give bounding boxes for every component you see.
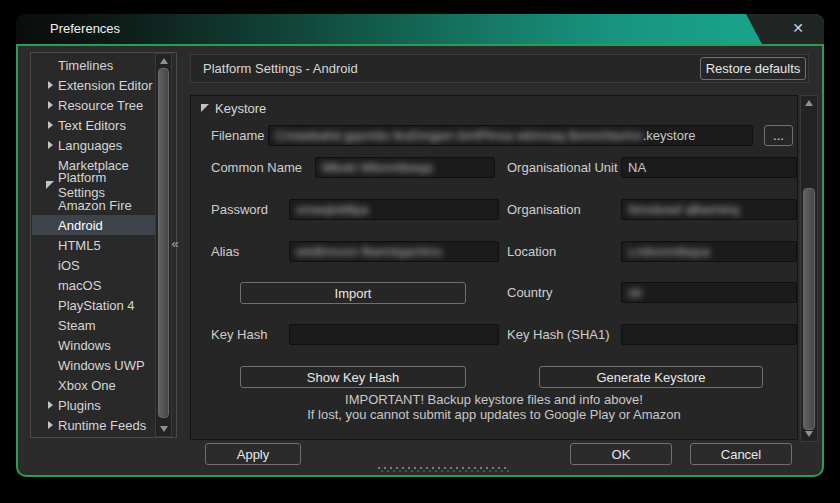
- expanded-arrow-icon: [46, 181, 54, 189]
- sidebar-item-xbox-one[interactable]: Xbox One: [32, 375, 155, 395]
- cancel-button[interactable]: Cancel: [690, 443, 792, 465]
- sidebar-item-runtime-feeds[interactable]: Runtime Feeds: [32, 415, 155, 435]
- sidebar-item-languages[interactable]: Languages: [32, 135, 155, 155]
- title-bar[interactable]: Preferences ✕: [16, 14, 824, 44]
- collapsed-arrow-icon: [48, 421, 53, 429]
- restore-defaults-button[interactable]: Restore defaults: [700, 57, 806, 80]
- redacted-password: xmwqlvbftpa: [296, 202, 368, 217]
- keystore-section-header[interactable]: Keystore: [201, 100, 266, 116]
- apply-button[interactable]: Apply: [205, 443, 301, 465]
- organisational-unit-input[interactable]: NA: [621, 157, 797, 178]
- sidebar-item-playstation4[interactable]: PlayStation 4: [32, 295, 155, 315]
- common-name-input[interactable]: Mbvkt Wbnmtbwqa: [315, 157, 495, 178]
- location-input[interactable]: Lmbvnmtbqsa: [621, 241, 797, 262]
- filename-label: Filename: [211, 125, 264, 146]
- sidebar-item-macos[interactable]: macOS: [32, 275, 155, 295]
- keystore-warning-line1: IMPORTANT! Backup keystore files and inf…: [191, 392, 797, 407]
- password-input[interactable]: xmwqlvbftpa: [289, 199, 499, 220]
- organisation-input[interactable]: Nmvbxwf aBwmtnq: [621, 199, 797, 220]
- organisation-label: Organisation: [507, 199, 581, 220]
- sidebar-item-android[interactable]: Android: [32, 215, 155, 235]
- collapsed-arrow-icon: [48, 401, 53, 409]
- alias-label: Alias: [211, 241, 239, 262]
- sidebar-item-steam[interactable]: Steam: [32, 315, 155, 335]
- expanded-arrow-icon: [201, 104, 209, 112]
- scroll-down-icon[interactable]: [156, 423, 171, 435]
- sidebar-item-ios[interactable]: iOS: [32, 255, 155, 275]
- titlebar-corner-decoration: [745, 14, 824, 44]
- filename-input[interactable]: Cmawbahd gqsmbv lkoDmgwn bmfPtnxa wbmvaq…: [268, 125, 753, 146]
- keystore-panel: Keystore Filename Cmawbahd gqsmbv lkoDmg…: [190, 95, 798, 440]
- settings-tree: Timelines Extension Editor Resource Tree…: [30, 52, 177, 438]
- country-label: Country: [507, 282, 553, 303]
- sidebar-item-windows-uwp[interactable]: Windows UWP: [32, 355, 155, 375]
- collapsed-arrow-icon: [48, 141, 53, 149]
- sidebar-item-text-editors[interactable]: Text Editors: [32, 115, 155, 135]
- redacted-filename: Cmawbahd gqsmbv lkoDmgwn bmfPtnxa wbmvaq…: [275, 128, 643, 143]
- generate-keystore-button[interactable]: Generate Keystore: [539, 366, 763, 388]
- main-scrollbar[interactable]: [800, 95, 818, 442]
- close-icon[interactable]: ✕: [786, 14, 810, 44]
- ok-button[interactable]: OK: [570, 443, 672, 465]
- import-button[interactable]: Import: [240, 282, 466, 304]
- redacted-organisation: Nmvbxwf aBwmtnq: [628, 202, 739, 217]
- key-hash-input[interactable]: [289, 324, 499, 345]
- sidebar-item-extension-editor[interactable]: Extension Editor: [32, 75, 155, 95]
- alias-input[interactable]: wlxBmvxm fbwmtqachtns: [289, 241, 499, 262]
- key-hash-sha1-label: Key Hash (SHA1): [507, 324, 610, 345]
- sidebar-item-resource-tree[interactable]: Resource Tree: [32, 95, 155, 115]
- redacted-location: Lmbvnmtbqsa: [628, 244, 710, 259]
- scroll-down-icon[interactable]: [801, 428, 817, 440]
- page-title: Platform Settings - Android: [203, 55, 358, 82]
- preferences-window: Preferences ✕ Timelines Extension Editor…: [16, 14, 824, 477]
- resize-grip[interactable]: [378, 467, 510, 473]
- show-key-hash-button[interactable]: Show Key Hash: [240, 366, 466, 388]
- collapsed-arrow-icon: [48, 121, 53, 129]
- key-hash-label: Key Hash: [211, 324, 267, 345]
- redacted-alias: wlxBmvxm fbwmtqachtns: [296, 244, 442, 259]
- sidebar-item-plugins[interactable]: Plugins: [32, 395, 155, 415]
- sidebar-item-windows[interactable]: Windows: [32, 335, 155, 355]
- keystore-section-label: Keystore: [215, 101, 266, 116]
- main-header: Platform Settings - Android Restore defa…: [190, 54, 809, 83]
- collapsed-arrow-icon: [48, 81, 53, 89]
- scroll-up-icon[interactable]: [801, 97, 817, 109]
- dialog-content: Timelines Extension Editor Resource Tree…: [16, 44, 824, 477]
- password-label: Password: [211, 199, 268, 220]
- keystore-warning-line2: If lost, you cannot submit app updates t…: [191, 407, 797, 422]
- organisational-unit-label: Organisational Unit: [507, 157, 618, 178]
- sidebar-item-timelines[interactable]: Timelines: [32, 55, 155, 75]
- redacted-country: xb: [628, 285, 642, 300]
- scroll-up-icon[interactable]: [156, 55, 171, 67]
- browse-button[interactable]: ...: [764, 125, 793, 146]
- sidebar-item-html5[interactable]: HTML5: [32, 235, 155, 255]
- filename-extension: .keystore: [643, 128, 696, 143]
- location-label: Location: [507, 241, 556, 262]
- country-input[interactable]: xb: [621, 282, 797, 303]
- settings-tree-items: Timelines Extension Editor Resource Tree…: [32, 55, 155, 435]
- main-scrollbar-thumb[interactable]: [803, 188, 815, 430]
- common-name-label: Common Name: [211, 157, 302, 178]
- window-title: Preferences: [50, 14, 120, 44]
- sidebar-item-platform-settings[interactable]: Platform Settings: [32, 175, 155, 195]
- redacted-common-name: Mbvkt Wbnmtbwqa: [322, 160, 433, 175]
- sidebar-collapse-handle[interactable]: «: [168, 236, 182, 252]
- key-hash-sha1-input[interactable]: [621, 324, 797, 345]
- collapsed-arrow-icon: [48, 101, 53, 109]
